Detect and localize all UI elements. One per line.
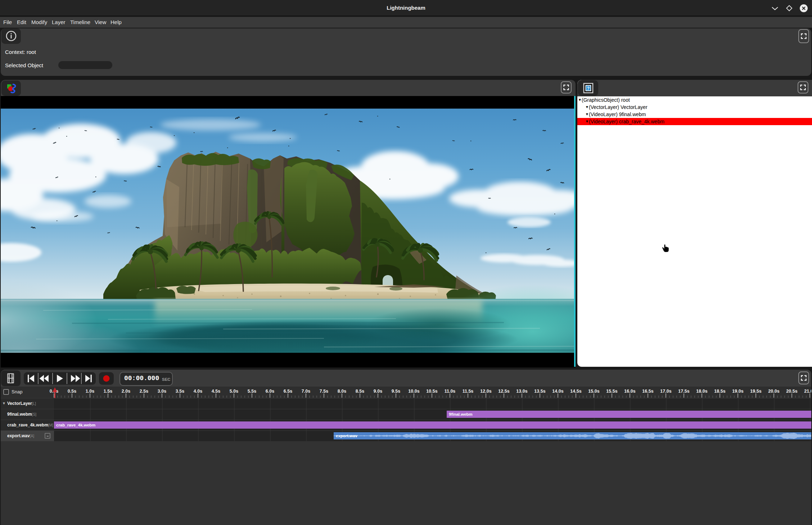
svg-text:?: ?: [587, 86, 590, 91]
svg-text:14.0s: 14.0s: [552, 389, 563, 394]
svg-text:10.5s: 10.5s: [426, 389, 437, 394]
svg-text:8.0s: 8.0s: [338, 389, 346, 394]
svg-text:17.0s: 17.0s: [660, 389, 671, 394]
svg-text:16.0s: 16.0s: [624, 389, 635, 394]
svg-text:9.5s: 9.5s: [392, 389, 400, 394]
svg-text:7.5s: 7.5s: [320, 389, 328, 394]
svg-text:2.0s: 2.0s: [122, 389, 130, 394]
svg-text:12.5s: 12.5s: [498, 389, 509, 394]
svg-text:11.0s: 11.0s: [445, 389, 456, 394]
svg-text:3.0s: 3.0s: [158, 389, 166, 394]
svg-text:16.5s: 16.5s: [642, 389, 653, 394]
svg-text:14.5s: 14.5s: [570, 389, 581, 394]
svg-text:20.0s: 20.0s: [768, 389, 779, 394]
svg-text:6.0s: 6.0s: [266, 389, 274, 394]
svg-text:5.0s: 5.0s: [230, 389, 238, 394]
svg-text:4.0s: 4.0s: [194, 389, 202, 394]
svg-text:18.0s: 18.0s: [696, 389, 707, 394]
svg-text:13.5s: 13.5s: [534, 389, 545, 394]
svg-text:3.5s: 3.5s: [176, 389, 184, 394]
svg-text:10.0s: 10.0s: [408, 389, 419, 394]
svg-text:7.0s: 7.0s: [302, 389, 310, 394]
svg-text:11.5s: 11.5s: [463, 389, 474, 394]
svg-text:6.5s: 6.5s: [284, 389, 292, 394]
svg-text:9.0s: 9.0s: [374, 389, 382, 394]
svg-text:4.5s: 4.5s: [212, 389, 220, 394]
svg-text:19.0s: 19.0s: [732, 389, 743, 394]
svg-text:21.0s: 21.0s: [804, 389, 811, 394]
svg-text:19.5s: 19.5s: [750, 389, 761, 394]
svg-text:8.5s: 8.5s: [356, 389, 364, 394]
svg-text:5.5s: 5.5s: [248, 389, 256, 394]
svg-text:20.5s: 20.5s: [786, 389, 797, 394]
svg-text:12.0s: 12.0s: [480, 389, 491, 394]
svg-text:17.5s: 17.5s: [678, 389, 689, 394]
svg-text:15.0s: 15.0s: [588, 389, 599, 394]
svg-text:0.5s: 0.5s: [68, 389, 76, 394]
svg-text:13.0s: 13.0s: [516, 389, 527, 394]
svg-text:2.5s: 2.5s: [140, 389, 148, 394]
svg-text:1.0s: 1.0s: [86, 389, 94, 394]
svg-text:1.5s: 1.5s: [104, 389, 112, 394]
svg-text:18.5s: 18.5s: [714, 389, 725, 394]
svg-text:15.5s: 15.5s: [606, 389, 617, 394]
